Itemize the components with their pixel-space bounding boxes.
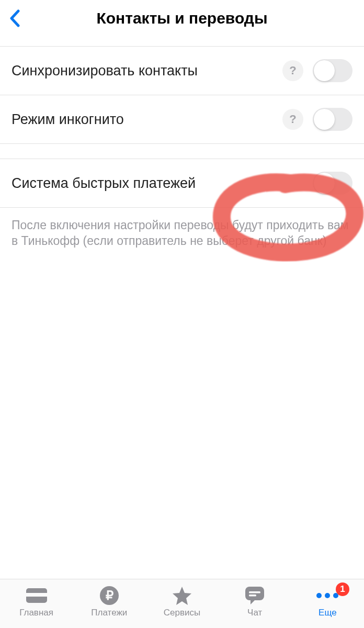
- toggle-knob: [314, 60, 335, 81]
- svg-rect-4: [245, 587, 264, 600]
- tab-chat[interactable]: Чат: [219, 585, 291, 618]
- ruble-icon: ₽: [99, 585, 119, 607]
- svg-text:₽: ₽: [105, 588, 113, 602]
- fast-payments-label: Система быстрых платежей: [12, 175, 313, 192]
- svg-rect-5: [249, 591, 260, 593]
- settings-list: Синхронизировать контакты ? Режим инкогн…: [0, 46, 364, 208]
- fast-payments-description: После включения настройки переводы будут…: [0, 208, 364, 259]
- tab-label: Платежи: [91, 608, 127, 618]
- toggle-knob: [314, 173, 335, 194]
- sync-contacts-label: Синхронизировать контакты: [12, 63, 282, 79]
- more-icon: [316, 585, 338, 607]
- svg-rect-6: [249, 595, 256, 597]
- incognito-toggle[interactable]: [313, 108, 352, 131]
- notification-badge: 1: [336, 582, 349, 596]
- page-title: Контакты и переводы: [9, 9, 355, 27]
- tab-bar: Главная ₽ Платежи Сервисы Чат: [0, 579, 364, 628]
- tab-label: Еще: [318, 608, 337, 618]
- tab-label: Сервисы: [164, 608, 200, 618]
- tab-more[interactable]: Еще 1: [291, 585, 364, 618]
- toggle-knob: [314, 109, 335, 130]
- fast-payments-toggle[interactable]: [313, 172, 352, 195]
- tab-label: Чат: [247, 608, 262, 618]
- setting-incognito: Режим инкогнито ?: [0, 95, 364, 144]
- setting-sync-contacts: Синхронизировать контакты ?: [0, 47, 364, 95]
- incognito-label: Режим инкогнито: [12, 111, 282, 128]
- sync-contacts-toggle[interactable]: [313, 59, 352, 82]
- setting-fast-payments: Система быстрых платежей: [0, 159, 364, 208]
- star-icon: [172, 585, 192, 607]
- header: Контакты и переводы: [0, 0, 364, 46]
- tab-label: Главная: [19, 608, 53, 618]
- help-button[interactable]: ?: [282, 109, 303, 130]
- svg-rect-1: [26, 593, 47, 597]
- tab-services[interactable]: Сервисы: [145, 585, 218, 618]
- tab-home[interactable]: Главная: [0, 585, 73, 618]
- help-button[interactable]: ?: [282, 60, 303, 81]
- tab-payments[interactable]: ₽ Платежи: [73, 585, 145, 618]
- chat-icon: [244, 585, 265, 607]
- card-icon: [26, 585, 48, 607]
